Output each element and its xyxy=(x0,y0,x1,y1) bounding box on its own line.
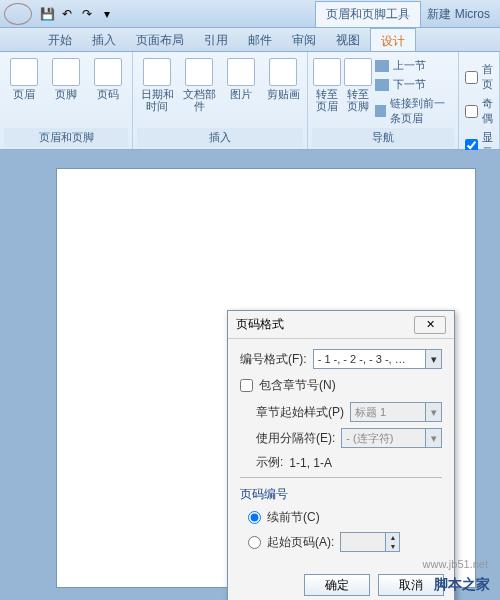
watermark: www.jb51.net xyxy=(423,558,488,570)
chevron-down-icon[interactable]: ▾ xyxy=(425,350,441,368)
picture-button[interactable]: 图片 xyxy=(221,58,261,100)
qat-dropdown-icon[interactable]: ▾ xyxy=(98,5,116,23)
group-insert: 日期和时间 文档部件 图片 剪贴画 插入 xyxy=(133,52,308,149)
prev-section-button[interactable]: 上一节 xyxy=(375,58,454,73)
save-icon[interactable]: 💾 xyxy=(38,5,56,23)
start-at-spinner: ▲▼ xyxy=(340,532,400,552)
goto-footer-button[interactable]: 转至页脚 xyxy=(344,58,374,112)
prev-icon xyxy=(375,60,389,72)
group-label: 插入 xyxy=(137,128,303,147)
close-icon: ✕ xyxy=(426,318,435,331)
picture-icon xyxy=(227,58,255,86)
next-section-button[interactable]: 下一节 xyxy=(375,77,454,92)
close-button[interactable]: ✕ xyxy=(414,316,446,334)
number-format-label: 编号格式(F): xyxy=(240,351,307,368)
title-bar: 💾 ↶ ↷ ▾ 页眉和页脚工具 新建 Micros xyxy=(0,0,500,28)
header-button[interactable]: 页眉 xyxy=(4,58,44,100)
page-numbering-title: 页码编号 xyxy=(240,486,442,503)
tab-review[interactable]: 审阅 xyxy=(282,28,326,51)
tab-page-layout[interactable]: 页面布局 xyxy=(126,28,194,51)
spin-up-icon: ▲ xyxy=(386,533,399,542)
office-button[interactable] xyxy=(4,3,32,25)
tab-home[interactable]: 开始 xyxy=(38,28,82,51)
page-number-icon xyxy=(94,58,122,86)
goto-header-icon xyxy=(313,58,341,86)
dialog-title: 页码格式 xyxy=(236,316,284,333)
separator-combo: - (连字符) ▾ xyxy=(341,428,442,448)
number-format-combo[interactable]: - 1 -, - 2 -, - 3 -, … ▾ xyxy=(313,349,442,369)
link-icon xyxy=(375,105,385,117)
quick-access-toolbar: 💾 ↶ ↷ ▾ xyxy=(38,5,116,23)
group-options: 首页 奇偶 显示 选 xyxy=(459,52,500,149)
group-navigation: 转至页眉 转至页脚 上一节 下一节 链接到前一条页眉 导航 xyxy=(308,52,459,149)
include-chapter-checkbox[interactable] xyxy=(240,379,253,392)
example-value: 1-1, 1-A xyxy=(289,456,332,470)
document-title: 新建 Micros xyxy=(421,2,496,27)
parts-icon xyxy=(185,58,213,86)
chevron-down-icon: ▾ xyxy=(425,429,441,447)
tab-references[interactable]: 引用 xyxy=(194,28,238,51)
goto-header-button[interactable]: 转至页眉 xyxy=(312,58,342,112)
continue-label: 续前节(C) xyxy=(267,509,320,526)
tab-view[interactable]: 视图 xyxy=(326,28,370,51)
clipart-icon xyxy=(269,58,297,86)
link-prev-button[interactable]: 链接到前一条页眉 xyxy=(375,96,454,126)
start-at-radio[interactable] xyxy=(248,536,261,549)
dialog-titlebar: 页码格式 ✕ xyxy=(228,311,454,339)
odd-even-checkbox[interactable]: 奇偶 xyxy=(465,96,493,126)
chevron-down-icon: ▾ xyxy=(425,403,441,421)
spin-down-icon: ▼ xyxy=(386,542,399,551)
ribbon: 页眉 页脚 页码 页眉和页脚 日期和时间 文档部件 图片 剪贴画 插入 转至页眉… xyxy=(0,52,500,150)
continue-radio[interactable] xyxy=(248,511,261,524)
header-icon xyxy=(10,58,38,86)
group-label: 导航 xyxy=(312,128,454,147)
date-icon xyxy=(143,58,171,86)
start-at-label: 起始页码(A): xyxy=(267,534,334,551)
next-icon xyxy=(375,79,389,91)
group-label: 页眉和页脚 xyxy=(4,128,128,147)
clipart-button[interactable]: 剪贴画 xyxy=(263,58,303,100)
ribbon-tabs: 开始 插入 页面布局 引用 邮件 审阅 视图 设计 xyxy=(0,28,500,52)
page-number-format-dialog: 页码格式 ✕ 编号格式(F): - 1 -, - 2 -, - 3 -, … ▾… xyxy=(227,310,455,600)
chapter-style-label: 章节起始样式(P) xyxy=(256,404,344,421)
context-tab-header-footer-tools[interactable]: 页眉和页脚工具 xyxy=(315,1,421,27)
separator-label: 使用分隔符(E): xyxy=(256,430,335,447)
tab-insert[interactable]: 插入 xyxy=(82,28,126,51)
undo-icon[interactable]: ↶ xyxy=(58,5,76,23)
quick-parts-button[interactable]: 文档部件 xyxy=(179,58,219,112)
ok-button[interactable]: 确定 xyxy=(304,574,370,596)
group-header-footer: 页眉 页脚 页码 页眉和页脚 xyxy=(0,52,133,149)
example-label: 示例: xyxy=(256,454,283,471)
tab-design[interactable]: 设计 xyxy=(370,28,416,51)
include-chapter-label: 包含章节号(N) xyxy=(259,377,336,394)
footer-icon xyxy=(52,58,80,86)
date-time-button[interactable]: 日期和时间 xyxy=(137,58,177,112)
redo-icon[interactable]: ↷ xyxy=(78,5,96,23)
goto-footer-icon xyxy=(344,58,372,86)
document-area: 页码格式 ✕ 编号格式(F): - 1 -, - 2 -, - 3 -, … ▾… xyxy=(0,150,500,600)
site-footer: 脚本之家 xyxy=(434,576,490,594)
chapter-style-combo: 标题 1 ▾ xyxy=(350,402,442,422)
footer-button[interactable]: 页脚 xyxy=(46,58,86,100)
page-number-button[interactable]: 页码 xyxy=(88,58,128,100)
first-page-checkbox[interactable]: 首页 xyxy=(465,62,493,92)
tab-mailings[interactable]: 邮件 xyxy=(238,28,282,51)
